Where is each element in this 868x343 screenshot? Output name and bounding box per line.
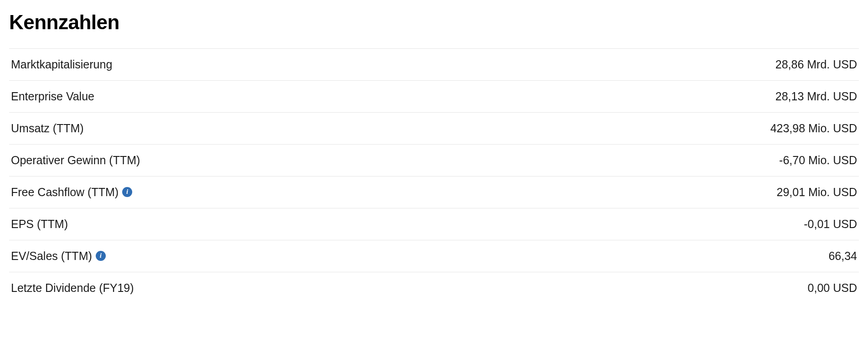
metric-label-text: Operativer Gewinn (TTM) [11,154,140,167]
page-title: Kennzahlen [9,11,859,34]
metric-label: Free Cashflow (TTM) i [11,186,132,199]
metric-value: -0,01 USD [804,218,857,231]
metrics-table: Marktkapitalisierung 28,86 Mrd. USD Ente… [9,48,859,304]
metric-value: 0,00 USD [808,281,857,295]
metric-label: Enterprise Value [11,90,94,103]
metric-row: Umsatz (TTM) 423,98 Mio. USD [9,112,859,144]
metric-value: 28,13 Mrd. USD [775,90,857,103]
metric-label-text: Marktkapitalisierung [11,58,112,71]
metric-label: Operativer Gewinn (TTM) [11,154,140,167]
metric-row: EPS (TTM) -0,01 USD [9,208,859,240]
metric-value: 66,34 [828,249,857,263]
metric-label: EPS (TTM) [11,218,68,231]
metric-label: Marktkapitalisierung [11,58,112,71]
metric-row: Letzte Dividende (FY19) 0,00 USD [9,272,859,304]
metric-row: EV/Sales (TTM) i 66,34 [9,240,859,272]
info-icon[interactable]: i [122,187,132,197]
metric-value: -6,70 Mio. USD [779,154,857,167]
metric-label-text: Enterprise Value [11,90,94,103]
metric-row: Marktkapitalisierung 28,86 Mrd. USD [9,48,859,80]
metric-label-text: Umsatz (TTM) [11,122,84,135]
metric-row: Enterprise Value 28,13 Mrd. USD [9,80,859,112]
metric-label-text: EPS (TTM) [11,218,68,231]
metric-label: Letzte Dividende (FY19) [11,281,134,295]
metric-label-text: Letzte Dividende (FY19) [11,281,134,295]
metric-value: 29,01 Mio. USD [777,186,857,199]
metric-row: Free Cashflow (TTM) i 29,01 Mio. USD [9,176,859,208]
metric-label: Umsatz (TTM) [11,122,84,135]
metric-label: EV/Sales (TTM) i [11,249,106,263]
metric-value: 28,86 Mrd. USD [775,58,857,71]
info-icon[interactable]: i [96,251,106,261]
metric-label-text: Free Cashflow (TTM) [11,186,119,199]
metric-row: Operativer Gewinn (TTM) -6,70 Mio. USD [9,144,859,176]
metric-label-text: EV/Sales (TTM) [11,249,92,263]
metric-value: 423,98 Mio. USD [770,122,857,135]
